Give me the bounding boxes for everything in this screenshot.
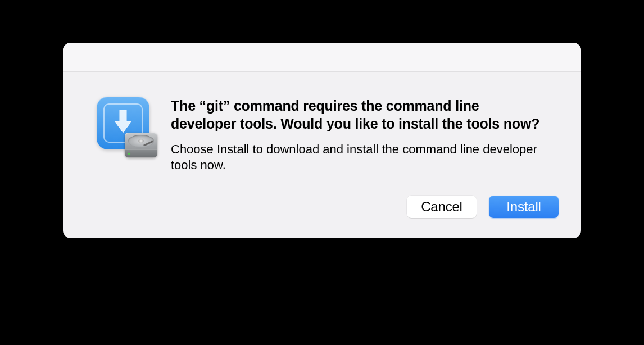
dialog-buttons: Cancel Install <box>63 196 581 238</box>
dialog-description: Choose Install to download and install t… <box>171 142 547 173</box>
hard-disk-icon <box>124 127 158 162</box>
dialog-text: The “git” command requires the command l… <box>171 97 547 173</box>
install-prompt-dialog: The “git” command requires the command l… <box>63 43 581 238</box>
dialog-titlebar <box>63 43 581 72</box>
dialog-icon <box>97 97 154 158</box>
cancel-button[interactable]: Cancel <box>407 196 477 218</box>
dialog-content: The “git” command requires the command l… <box>63 72 581 190</box>
install-button[interactable]: Install <box>489 196 559 218</box>
dialog-heading: The “git” command requires the command l… <box>171 97 547 133</box>
